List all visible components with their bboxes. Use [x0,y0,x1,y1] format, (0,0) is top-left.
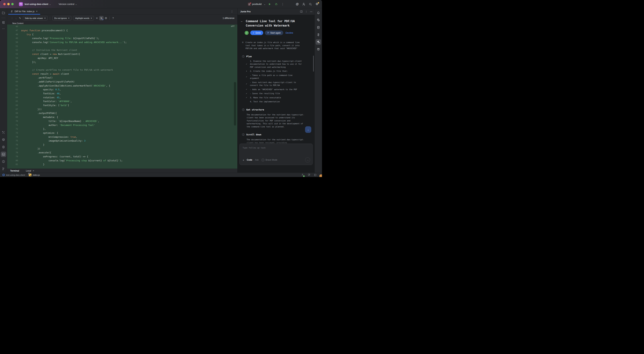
search-everywhere-button[interactable] [308,2,313,7]
menu-version-control[interactable]: Version control [58,3,74,5]
code-line[interactable]: 51 [7,44,237,48]
send-button[interactable]: → [305,157,310,163]
decline-button[interactable]: Decline [286,32,293,34]
code-line[interactable]: 57 // Create workflow to convert file to… [7,68,237,72]
python-tool-button[interactable] [316,32,321,37]
code-line[interactable]: 75 imageOptimizationQuality: 3 [7,139,237,143]
diff-settings-button[interactable]: ⚙ [104,16,108,20]
code-line[interactable]: 76 } [7,143,237,147]
code-line[interactable]: 81 } [7,163,237,167]
get-structure-title[interactable]: Get structure [246,108,264,111]
previous-difference-button[interactable]: ↑ [10,17,14,20]
close-tab-icon[interactable]: ✕ [36,10,38,12]
settings-button[interactable]: ⚙ [314,2,320,7]
edit-icon[interactable]: ✎ [18,17,22,20]
close-terminal-tab-icon[interactable]: ✕ [33,170,34,172]
services-tool-button[interactable] [1,144,6,150]
code-line[interactable]: 48 try { [7,32,237,36]
code-line[interactable]: 56 [7,64,237,68]
run-button[interactable] [267,2,272,7]
code-line[interactable]: 50 console.log('Converting to PDF/UA and… [7,40,237,44]
debug-button[interactable] [274,2,279,7]
scroll-to-bottom-button[interactable]: ↓ [305,126,311,133]
code-line[interactable]: 49 console.log(`Processing file: ${input… [7,36,237,40]
code-line[interactable]: 58 const result = await client [7,72,237,76]
code-line[interactable]: 71 author: 'Document Processing Tool' [7,123,237,127]
terminal-tool-button[interactable] [1,152,6,157]
code-line[interactable]: 47async function processDocument() { [7,28,237,32]
code-line[interactable]: 79 onProgress: (current, total) => { [7,155,237,159]
terminal-tab-local[interactable]: Local ✕ [26,170,34,172]
code-line[interactable]: 63 fontSize: 48, [7,92,237,96]
tab-diff-for-file[interactable]: Diff for File: index.js ✕ [8,8,40,14]
next-difference-button[interactable]: ↓ [14,17,18,20]
whitespace-policy-dropdown[interactable]: Do not ignore [52,16,71,20]
help-button[interactable]: ? [111,17,115,20]
plan-section-title[interactable]: Plan [246,55,252,58]
project-badge[interactable]: TC [19,2,23,6]
code-style-indicator[interactable]: {} [314,174,316,176]
editor-scrollbar[interactable] [234,82,236,126]
junie-content[interactable]: ← Command Line Tool for PDF/UA Conversio… [238,15,314,144]
code-line[interactable]: 67 })) [7,107,237,111]
code-with-me-button[interactable] [301,2,306,7]
code-line[interactable]: 61 .applyAction(BuildActions.watermarkTe… [7,84,237,88]
breadcrumb-file[interactable]: index.js [33,174,40,176]
notifications-tool-button[interactable] [316,10,321,16]
junie-scrollbar[interactable] [313,56,314,72]
terminal-title[interactable]: Terminal [10,170,19,172]
code-line[interactable]: 54 apiKey: API_KEY [7,56,237,60]
close-window-button[interactable] [3,3,6,5]
more-tool-windows-button[interactable]: ⋯ [2,27,5,30]
more-actions-button[interactable]: ⋮ [280,2,285,7]
code-line[interactable]: 52 // Initialize the Nutrient client [7,48,237,52]
synchronize-scrolling-button[interactable]: ⇅ ⟳ [99,16,104,20]
code-line[interactable]: 46 [7,24,237,28]
code-line[interactable]: 60 .addFilePart(inputFilePath) [7,80,237,84]
code-line[interactable]: 78 .execute({ [7,151,237,155]
brave-mode-checkbox[interactable] [262,159,264,161]
gradle-tool-button[interactable] [316,46,321,52]
code-line[interactable]: 73 optimize: { [7,131,237,135]
hide-panel-button[interactable]: — [310,10,312,13]
code-line[interactable]: 64 rotation: 45, [7,95,237,99]
code-line[interactable]: 65 fontColor: '#FF0000', [7,99,237,103]
code-line[interactable]: 80 console.log(`Processing step ${curren… [7,159,237,163]
viewer-mode-dropdown[interactable]: Side-by-side viewer [23,16,48,20]
ai-disabled-button[interactable] [308,173,310,177]
back-button[interactable]: ← [240,19,243,28]
python-packages-tool-button[interactable] [1,137,6,143]
junie-tool-button[interactable] [316,39,321,45]
build-tool-button[interactable] [1,130,6,135]
start-again-button[interactable]: ⟳ Start again [265,30,283,35]
code-line[interactable]: 59 .workflow() [7,76,237,80]
database-tool-button[interactable] [316,25,321,30]
code-line[interactable]: 62 opacity: 0.5, [7,88,237,92]
code-area[interactable]: off 4647async function processDocument()… [7,24,237,169]
code-line[interactable]: 72 }, [7,127,237,131]
tab-options-button[interactable]: ⋮ [230,10,233,13]
code-line[interactable]: 70 title: `${inputBaseName} - ARCHIVED`, [7,119,237,123]
zoom-window-button[interactable] [11,3,14,5]
minimize-window-button[interactable] [7,3,10,5]
project-name[interactable]: test-using-dws-client [24,3,48,5]
split-panel-icon[interactable] [300,10,302,12]
mode-code-tab[interactable]: Code [247,159,252,161]
code-line[interactable]: 66 fontStyle: ['bold'] [7,103,237,107]
scroll-down-title[interactable]: Scroll down [246,133,262,136]
collapse-unchanged-button[interactable]: ✕ [95,17,99,20]
mode-ask-tab[interactable]: Ask [255,159,259,161]
attach-icon[interactable]: + [243,159,244,162]
highlight-mode-dropdown[interactable]: Highlight words [73,16,94,20]
license-user-button[interactable]: ✓ [301,173,304,177]
code-line[interactable]: 68 .outputPdfUA({ [7,111,237,115]
panel-options-button[interactable]: ⋮ [305,10,308,13]
problems-tool-button[interactable] [1,159,6,164]
project-tool-button[interactable] [1,10,6,16]
run-configuration-selector[interactable]: ✕ postbuild ⌄ [248,3,266,6]
breadcrumb-project[interactable]: test-using-dws-client [6,174,25,176]
ai-assistant-button[interactable]: @ [295,2,300,7]
code-line[interactable]: 74 mrcCompression: true, [7,135,237,139]
code-line[interactable]: 53 const client = new NutrientClient({ [7,52,237,56]
structure-tool-button[interactable] [1,20,6,25]
